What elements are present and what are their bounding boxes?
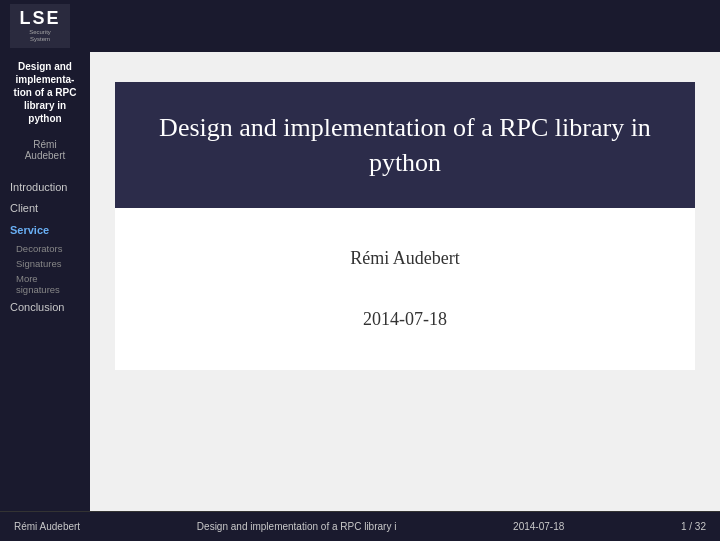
- header-bar: LSE SecuritySystem: [0, 0, 720, 52]
- sidebar-item-introduction[interactable]: Introduction: [6, 177, 84, 198]
- sidebar-author: RémiAudebert: [6, 139, 84, 161]
- main-area: Design and implementa-tion of a RPC libr…: [0, 52, 720, 511]
- sidebar-item-service[interactable]: Service: [6, 220, 84, 241]
- slide-title-box: Design and implementation of a RPC libra…: [115, 82, 695, 208]
- slide-title: Design and implementation of a RPC libra…: [145, 110, 665, 180]
- sidebar-presentation-title: Design and implementa-tion of a RPC libr…: [6, 60, 84, 125]
- sidebar-item-decorators[interactable]: Decorators: [6, 241, 84, 256]
- slide-date: 2014-07-18: [145, 309, 665, 330]
- footer-date: 2014-07-18: [513, 521, 564, 532]
- slide-body: Rémi Audebert 2014-07-18: [115, 208, 695, 370]
- content-area: Design and implementation of a RPC libra…: [90, 52, 720, 511]
- footer-author: Rémi Audebert: [14, 521, 80, 532]
- sidebar-item-signatures[interactable]: Signatures: [6, 256, 84, 271]
- sidebar-item-more-signatures[interactable]: More signatures: [6, 271, 84, 297]
- sidebar-item-conclusion[interactable]: Conclusion: [6, 297, 84, 318]
- slide: Design and implementation of a RPC libra…: [115, 82, 695, 370]
- footer-title-short: Design and implementation of a RPC libra…: [197, 521, 397, 532]
- sidebar-item-client[interactable]: Client: [6, 198, 84, 219]
- slide-author: Rémi Audebert: [145, 248, 665, 269]
- footer-bar: Rémi Audebert Design and implementation …: [0, 511, 720, 541]
- logo-subtitle: SecuritySystem: [29, 29, 51, 43]
- logo: LSE SecuritySystem: [10, 4, 70, 48]
- logo-letters: LSE: [19, 9, 60, 27]
- footer-page: 1 / 32: [681, 521, 706, 532]
- sidebar: Design and implementa-tion of a RPC libr…: [0, 52, 90, 511]
